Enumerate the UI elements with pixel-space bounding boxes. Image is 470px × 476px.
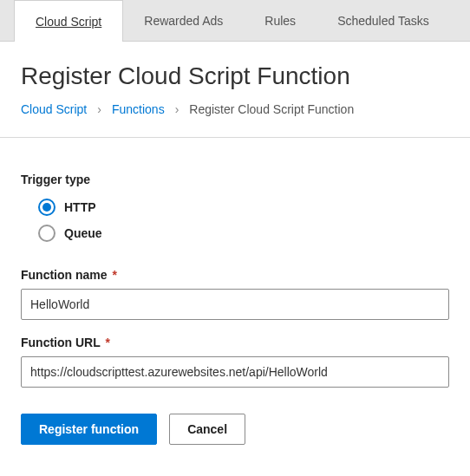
required-marker: * bbox=[112, 268, 116, 282]
breadcrumb: Cloud Script › Functions › Register Clou… bbox=[21, 102, 449, 116]
tab-label: Scheduled Tasks bbox=[337, 14, 429, 28]
tab-label: Cloud Script bbox=[36, 15, 101, 29]
radio-icon bbox=[38, 225, 55, 242]
radio-icon bbox=[38, 199, 55, 216]
radio-queue[interactable]: Queue bbox=[38, 225, 449, 242]
tab-bar: Cloud Script Rewarded Ads Rules Schedule… bbox=[0, 0, 470, 42]
cancel-button[interactable]: Cancel bbox=[169, 414, 245, 445]
breadcrumb-separator: › bbox=[97, 102, 101, 116]
label-text: Function URL bbox=[21, 336, 101, 349]
tab-label: Rules bbox=[264, 14, 296, 28]
tab-label: Rewarded Ads bbox=[144, 14, 223, 28]
content: Register Cloud Script Function Cloud Scr… bbox=[0, 42, 470, 473]
page-title: Register Cloud Script Function bbox=[21, 62, 449, 90]
tab-cloud-script[interactable]: Cloud Script bbox=[14, 0, 123, 42]
breadcrumb-current: Register Cloud Script Function bbox=[189, 102, 354, 116]
function-name-label: Function name * bbox=[21, 268, 449, 282]
breadcrumb-separator: › bbox=[175, 102, 180, 116]
breadcrumb-link-cloud-script[interactable]: Cloud Script bbox=[21, 102, 87, 116]
required-marker: * bbox=[105, 336, 109, 349]
function-url-input[interactable] bbox=[21, 356, 449, 388]
function-name-input[interactable] bbox=[21, 289, 449, 320]
radio-label: HTTP bbox=[64, 200, 96, 214]
register-function-button[interactable]: Register function bbox=[21, 414, 157, 445]
trigger-type-group: HTTP Queue bbox=[38, 199, 449, 242]
breadcrumb-link-functions[interactable]: Functions bbox=[112, 102, 165, 116]
tab-rules[interactable]: Rules bbox=[244, 0, 317, 41]
label-text: Function name bbox=[21, 268, 108, 282]
divider bbox=[0, 137, 470, 138]
radio-label: Queue bbox=[64, 226, 102, 240]
trigger-type-label: Trigger type bbox=[21, 173, 449, 186]
radio-http[interactable]: HTTP bbox=[38, 199, 449, 216]
actions: Register function Cancel bbox=[21, 414, 449, 445]
tab-rewarded-ads[interactable]: Rewarded Ads bbox=[123, 0, 244, 41]
function-url-field: Function URL * bbox=[21, 336, 449, 388]
tab-scheduled-tasks[interactable]: Scheduled Tasks bbox=[317, 0, 450, 41]
function-name-field: Function name * bbox=[21, 268, 449, 320]
function-url-label: Function URL * bbox=[21, 336, 449, 349]
